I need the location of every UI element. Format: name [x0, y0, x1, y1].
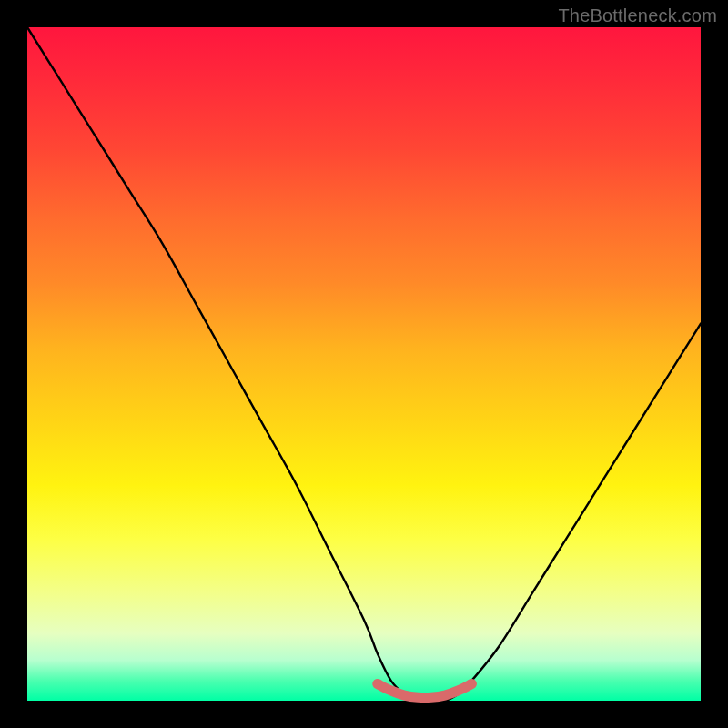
bottleneck-curve-path: [27, 27, 701, 702]
watermark-text: TheBottleneck.com: [558, 5, 717, 26]
chart-frame: TheBottleneck.com: [0, 0, 728, 728]
plot-area: [27, 27, 701, 701]
curve-layer: [27, 27, 701, 701]
optimal-plateau-path: [378, 684, 472, 698]
